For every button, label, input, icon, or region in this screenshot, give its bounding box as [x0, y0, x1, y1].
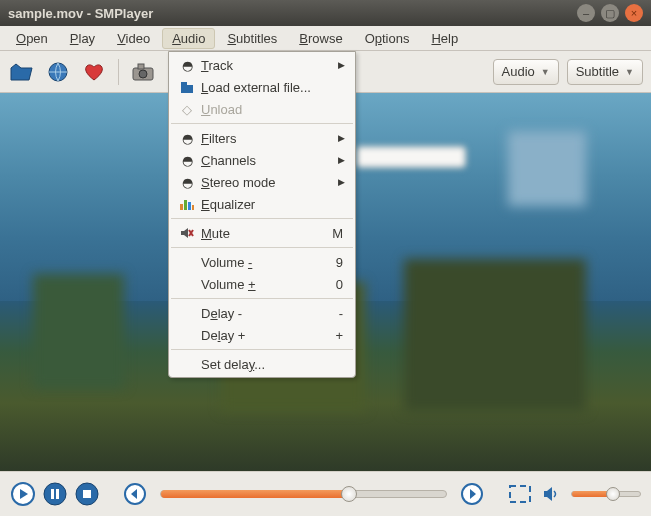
volume-slider[interactable] — [571, 491, 641, 497]
menu-subtitles[interactable]: Subtitles — [217, 28, 287, 49]
svg-rect-8 — [188, 202, 191, 210]
svg-rect-3 — [138, 64, 144, 69]
menu-separator — [171, 123, 353, 124]
menu-item-mute[interactable]: Mute M — [169, 222, 355, 244]
playback-controls — [0, 471, 651, 516]
svg-rect-6 — [180, 204, 183, 210]
volume-icon[interactable] — [539, 481, 565, 507]
seek-back-button[interactable] — [122, 481, 148, 507]
menu-item-set-delay[interactable]: Set delay... — [169, 353, 355, 375]
menu-browse[interactable]: Browse — [289, 28, 352, 49]
stereo-icon: ◓ — [177, 175, 197, 190]
load-icon — [177, 80, 197, 94]
minimize-button[interactable]: – — [577, 4, 595, 22]
titlebar: sample.mov - SMPlayer – ▢ × — [0, 0, 651, 26]
menu-help[interactable]: Help — [421, 28, 468, 49]
close-button[interactable]: × — [625, 4, 643, 22]
channels-icon: ◓ — [177, 153, 197, 168]
svg-rect-7 — [184, 200, 187, 210]
track-icon: ◓ — [177, 58, 197, 73]
menu-separator — [171, 218, 353, 219]
svg-rect-17 — [83, 490, 91, 498]
menu-open[interactable]: Open — [6, 28, 58, 49]
pause-button[interactable] — [42, 481, 68, 507]
svg-rect-20 — [510, 486, 530, 502]
menu-separator — [171, 349, 353, 350]
menu-item-stereo[interactable]: ◓ Stereo mode ▶ — [169, 171, 355, 193]
equalizer-icon — [177, 198, 197, 210]
stop-button[interactable] — [74, 481, 100, 507]
menubar: Open Play Video Audio Subtitles Browse O… — [0, 26, 651, 51]
menu-item-track[interactable]: ◓ Track ▶ — [169, 54, 355, 76]
menu-item-filters[interactable]: ◓ Filters ▶ — [169, 127, 355, 149]
favorites-icon[interactable] — [80, 58, 108, 86]
window-controls: – ▢ × — [577, 4, 643, 22]
svg-rect-14 — [51, 489, 54, 499]
maximize-button[interactable]: ▢ — [601, 4, 619, 22]
menu-separator — [171, 247, 353, 248]
mute-icon — [177, 227, 197, 239]
menu-item-delay-minus[interactable]: Delay - - — [169, 302, 355, 324]
svg-point-13 — [44, 483, 66, 505]
seek-thumb[interactable] — [341, 486, 357, 502]
svg-rect-9 — [192, 205, 194, 210]
svg-rect-4 — [181, 85, 193, 93]
seek-fill — [161, 490, 349, 498]
menu-item-unload: ◇ Unload — [169, 98, 355, 120]
unload-icon: ◇ — [177, 102, 197, 117]
play-button[interactable] — [10, 481, 36, 507]
seek-slider[interactable] — [160, 490, 447, 498]
screenshot-icon[interactable] — [129, 58, 157, 86]
window-title: sample.mov - SMPlayer — [8, 6, 577, 21]
menu-item-equalizer[interactable]: Equalizer — [169, 193, 355, 215]
menu-options[interactable]: Options — [355, 28, 420, 49]
menu-separator — [171, 298, 353, 299]
channels-submenu-hint — [356, 146, 466, 168]
menu-audio[interactable]: Audio — [162, 28, 215, 49]
audio-menu: ◓ Track ▶ Load external file... ◇ Unload… — [168, 51, 356, 378]
svg-rect-5 — [181, 82, 187, 86]
menu-item-load-external[interactable]: Load external file... — [169, 76, 355, 98]
filters-icon: ◓ — [177, 131, 197, 146]
menu-item-volume-minus[interactable]: Volume - 9 — [169, 251, 355, 273]
menu-item-channels[interactable]: ◓ Channels ▶ — [169, 149, 355, 171]
fullscreen-button[interactable] — [507, 481, 533, 507]
menu-play[interactable]: Play — [60, 28, 105, 49]
toolbar-separator — [118, 59, 119, 85]
open-url-icon[interactable] — [44, 58, 72, 86]
menu-video[interactable]: Video — [107, 28, 160, 49]
audio-track-button[interactable]: Audio▼ — [493, 59, 559, 85]
volume-thumb[interactable] — [606, 487, 620, 501]
menu-item-delay-plus[interactable]: Delay + + — [169, 324, 355, 346]
svg-rect-15 — [56, 489, 59, 499]
svg-point-2 — [139, 70, 147, 78]
menu-item-volume-plus[interactable]: Volume + 0 — [169, 273, 355, 295]
open-file-icon[interactable] — [8, 58, 36, 86]
subtitle-track-button[interactable]: Subtitle▼ — [567, 59, 643, 85]
seek-forward-button[interactable] — [459, 481, 485, 507]
